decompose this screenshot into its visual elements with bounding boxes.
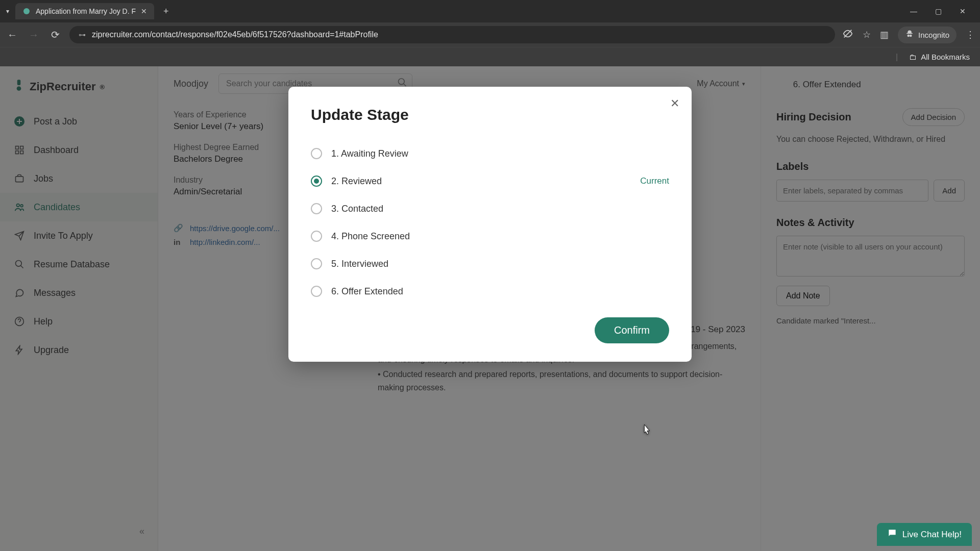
incognito-eye-icon[interactable] — [842, 28, 853, 42]
url-bar: ← → ⟳ ⊶ ziprecruiter.com/contact/respons… — [0, 22, 980, 47]
modal-title: Update Stage — [311, 106, 669, 123]
all-bookmarks-button[interactable]: 🗀 All Bookmarks — [909, 53, 970, 61]
radio-icon — [311, 231, 322, 242]
chat-icon — [887, 528, 897, 541]
back-button[interactable]: ← — [5, 29, 19, 41]
incognito-icon — [905, 30, 914, 40]
tab-close-icon[interactable]: ✕ — [141, 7, 147, 15]
address-bar[interactable]: ⊶ ziprecruiter.com/contact/response/f02e… — [69, 26, 835, 43]
radio-icon — [311, 148, 322, 159]
reload-button[interactable]: ⟳ — [48, 29, 62, 41]
tab-favicon-icon — [22, 7, 31, 15]
radio-icon — [311, 258, 322, 269]
side-panel-icon[interactable]: ▥ — [880, 29, 889, 40]
incognito-badge[interactable]: Incognito — [898, 27, 957, 43]
new-tab-button[interactable]: + — [158, 4, 174, 19]
close-window-icon[interactable]: ✕ — [958, 7, 968, 15]
bookmark-star-icon[interactable]: ☆ — [863, 29, 871, 40]
radio-icon — [311, 286, 322, 297]
forward-button: → — [27, 29, 41, 41]
stage-option-phone-screened[interactable]: 4. Phone Screened — [311, 222, 669, 250]
update-stage-modal: ✕ Update Stage 1. Awaiting Review 2. Rev… — [288, 87, 692, 362]
browser-tab[interactable]: Application from Marry Joy D. F ✕ — [15, 3, 154, 19]
stage-option-reviewed[interactable]: 2. Reviewed Current — [311, 167, 669, 195]
svg-point-0 — [23, 8, 30, 14]
stage-option-awaiting-review[interactable]: 1. Awaiting Review — [311, 140, 669, 167]
stage-option-offer-extended[interactable]: 6. Offer Extended — [311, 278, 669, 305]
bookmarks-bar: | 🗀 All Bookmarks — [0, 47, 980, 66]
stage-option-interviewed[interactable]: 5. Interviewed — [311, 250, 669, 278]
url-text: ziprecruiter.com/contact/response/f02e45… — [92, 30, 826, 39]
radio-icon — [311, 176, 322, 187]
site-info-icon[interactable]: ⊶ — [79, 31, 86, 39]
modal-overlay[interactable]: ✕ Update Stage 1. Awaiting Review 2. Rev… — [0, 66, 980, 551]
stage-option-contacted[interactable]: 3. Contacted — [311, 195, 669, 222]
minimize-icon[interactable]: — — [909, 7, 919, 15]
tab-title: Application from Marry Joy D. F — [36, 7, 136, 15]
radio-icon — [311, 203, 322, 214]
window-controls: — ▢ ✕ — [909, 7, 976, 15]
browser-chrome: ▾ Application from Marry Joy D. F ✕ + — … — [0, 0, 980, 66]
maximize-icon[interactable]: ▢ — [933, 7, 943, 15]
current-badge: Current — [640, 176, 669, 186]
tab-bar: ▾ Application from Marry Joy D. F ✕ + — … — [0, 0, 980, 22]
folder-icon: 🗀 — [909, 53, 917, 61]
bookmarks-separator: | — [896, 53, 898, 62]
modal-close-button[interactable]: ✕ — [670, 97, 679, 110]
confirm-button[interactable]: Confirm — [595, 317, 669, 343]
live-chat-button[interactable]: Live Chat Help! — [877, 523, 972, 546]
tabs-dropdown-icon[interactable]: ▾ — [4, 6, 11, 17]
browser-menu-icon[interactable]: ⋮ — [966, 29, 975, 40]
